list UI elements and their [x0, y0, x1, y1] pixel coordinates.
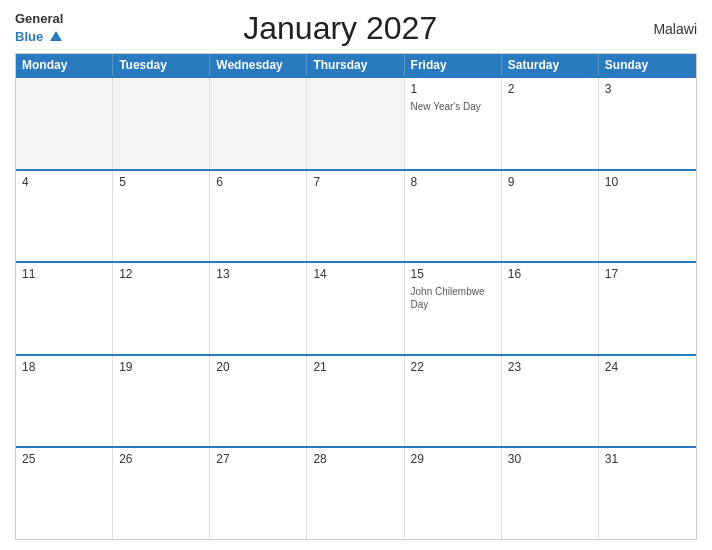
day-number: 29: [411, 452, 495, 466]
calendar-cell: 16: [502, 263, 599, 354]
day-number: 4: [22, 175, 106, 189]
day-number: 28: [313, 452, 397, 466]
calendar-cell: 14: [307, 263, 404, 354]
header-saturday: Saturday: [502, 54, 599, 76]
calendar-cell: 5: [113, 171, 210, 262]
calendar-cell: 21: [307, 356, 404, 447]
day-number: 22: [411, 360, 495, 374]
logo-triangle-icon: [50, 31, 62, 41]
calendar-cell: 25: [16, 448, 113, 539]
calendar-cell: 19: [113, 356, 210, 447]
day-number: 25: [22, 452, 106, 466]
calendar-cell: 3: [599, 78, 696, 169]
calendar-cell: 17: [599, 263, 696, 354]
calendar-cell: 27: [210, 448, 307, 539]
holiday-label: John Chilembwe Day: [411, 285, 495, 311]
logo-blue-row: Blue: [15, 27, 62, 45]
calendar-page: General Blue January 2027 Malawi Monday …: [0, 0, 712, 550]
day-number: 27: [216, 452, 300, 466]
header-tuesday: Tuesday: [113, 54, 210, 76]
day-number: 2: [508, 82, 592, 96]
day-number: 15: [411, 267, 495, 281]
calendar-body: 1New Year's Day23456789101112131415John …: [16, 76, 696, 539]
holiday-label: New Year's Day: [411, 100, 495, 113]
calendar-cell: 24: [599, 356, 696, 447]
calendar-row-5: 25262728293031: [16, 446, 696, 539]
logo-general-text: General: [15, 12, 63, 26]
calendar-cell: 29: [405, 448, 502, 539]
calendar-cell: 9: [502, 171, 599, 262]
header-monday: Monday: [16, 54, 113, 76]
calendar-row-4: 18192021222324: [16, 354, 696, 447]
day-number: 30: [508, 452, 592, 466]
day-number: 6: [216, 175, 300, 189]
calendar-row-1: 1New Year's Day23: [16, 76, 696, 169]
day-number: 9: [508, 175, 592, 189]
day-number: 7: [313, 175, 397, 189]
header-wednesday: Wednesday: [210, 54, 307, 76]
header-thursday: Thursday: [307, 54, 404, 76]
day-number: 17: [605, 267, 690, 281]
calendar-cell: 6: [210, 171, 307, 262]
calendar-cell: 15John Chilembwe Day: [405, 263, 502, 354]
day-number: 11: [22, 267, 106, 281]
calendar-cell: [210, 78, 307, 169]
logo-blue-text: Blue: [15, 29, 43, 44]
day-number: 31: [605, 452, 690, 466]
calendar-cell: 28: [307, 448, 404, 539]
day-number: 16: [508, 267, 592, 281]
calendar-cell: 10: [599, 171, 696, 262]
day-number: 1: [411, 82, 495, 96]
day-number: 10: [605, 175, 690, 189]
calendar-cell: [307, 78, 404, 169]
calendar-cell: 8: [405, 171, 502, 262]
calendar-cell: 12: [113, 263, 210, 354]
day-number: 24: [605, 360, 690, 374]
calendar-cell: 30: [502, 448, 599, 539]
calendar-cell: 20: [210, 356, 307, 447]
calendar-cell: 31: [599, 448, 696, 539]
calendar-cell: 26: [113, 448, 210, 539]
calendar-cell: [16, 78, 113, 169]
calendar-title: January 2027: [63, 10, 617, 47]
calendar-cell: 4: [16, 171, 113, 262]
country-label: Malawi: [617, 21, 697, 37]
calendar-cell: 7: [307, 171, 404, 262]
day-number: 26: [119, 452, 203, 466]
calendar-cell: 2: [502, 78, 599, 169]
day-number: 8: [411, 175, 495, 189]
day-number: 19: [119, 360, 203, 374]
calendar-header-row: Monday Tuesday Wednesday Thursday Friday…: [16, 54, 696, 76]
day-number: 14: [313, 267, 397, 281]
day-number: 5: [119, 175, 203, 189]
calendar-cell: 1New Year's Day: [405, 78, 502, 169]
calendar-cell: 13: [210, 263, 307, 354]
day-number: 23: [508, 360, 592, 374]
day-number: 21: [313, 360, 397, 374]
page-header: General Blue January 2027 Malawi: [15, 10, 697, 47]
calendar-cell: 23: [502, 356, 599, 447]
day-number: 12: [119, 267, 203, 281]
calendar-cell: 22: [405, 356, 502, 447]
logo: General Blue: [15, 12, 63, 44]
header-friday: Friday: [405, 54, 502, 76]
day-number: 13: [216, 267, 300, 281]
day-number: 20: [216, 360, 300, 374]
calendar-cell: [113, 78, 210, 169]
day-number: 18: [22, 360, 106, 374]
calendar-cell: 18: [16, 356, 113, 447]
calendar-grid: Monday Tuesday Wednesday Thursday Friday…: [15, 53, 697, 540]
calendar-row-3: 1112131415John Chilembwe Day1617: [16, 261, 696, 354]
calendar-row-2: 45678910: [16, 169, 696, 262]
day-number: 3: [605, 82, 690, 96]
calendar-cell: 11: [16, 263, 113, 354]
header-sunday: Sunday: [599, 54, 696, 76]
